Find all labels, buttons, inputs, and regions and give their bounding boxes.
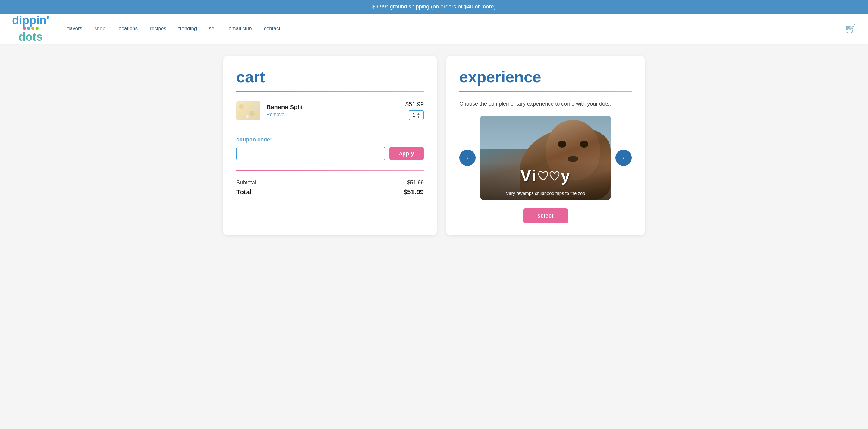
total-value: $51.99: [404, 188, 424, 196]
virry-logo: Vi y: [521, 167, 570, 185]
coupon-row: apply: [236, 147, 424, 161]
nav-contact[interactable]: contact: [264, 26, 280, 32]
logo-dippin: dippin': [12, 14, 49, 27]
heart-icon-1: [537, 170, 549, 181]
header: dippin' dots flavors shop locations reci…: [0, 13, 868, 44]
cart-icon-button[interactable]: 🛒: [845, 24, 856, 34]
experience-subtitle: Choose the complementary experience to c…: [459, 101, 632, 107]
product-image-visual: [236, 101, 260, 120]
logo-dots-text: dots: [19, 31, 42, 44]
shipping-banner: $9.99* ground shipping (on orders of $40…: [0, 0, 868, 13]
animal-eye-left: [558, 141, 566, 147]
nav-recipes[interactable]: recipes: [150, 26, 166, 32]
quantity-arrows: ▲ ▼: [417, 112, 420, 119]
carousel-prev-button[interactable]: ‹: [459, 150, 475, 166]
animal-eye-right: [580, 141, 588, 147]
nav-locations[interactable]: locations: [118, 26, 138, 32]
coupon-input[interactable]: [236, 147, 385, 161]
carousel-image: Vi y: [480, 116, 611, 200]
virry-hearts: [537, 170, 560, 181]
virry-y: y: [561, 167, 570, 185]
item-name: Banana Split: [267, 104, 399, 111]
logo-dot-pink: [23, 27, 26, 30]
nav-email-club[interactable]: email club: [229, 26, 252, 32]
logo[interactable]: dippin' dots: [12, 14, 49, 44]
banner-text: $9.99* ground shipping (on orders of $40…: [372, 4, 496, 10]
apply-button[interactable]: apply: [390, 147, 424, 161]
item-image: [236, 101, 260, 120]
item-price-qty: $51.99 1 ▲ ▼: [405, 101, 424, 120]
cart-title: cart: [236, 68, 424, 86]
coupon-label: coupon code:: [236, 137, 424, 143]
nav-sell[interactable]: sell: [209, 26, 217, 32]
experience-title: experience: [459, 68, 632, 86]
virry-v: Vi: [521, 167, 537, 185]
virry-text: Vi y: [521, 167, 570, 185]
logo-dot-teal: [27, 27, 30, 30]
carousel-caption: Virry revamps childhood trips to the zoo: [480, 191, 611, 196]
logo-dot-green: [36, 27, 38, 30]
cart-card: cart Banana Split Remove $51.99 1 ▲ ▼: [223, 56, 437, 235]
coupon-divider: [236, 127, 424, 128]
total-row: Total $51.99: [236, 188, 424, 196]
carousel: ‹: [459, 116, 632, 200]
nav-trending[interactable]: trending: [179, 26, 197, 32]
subtotal-value: $51.99: [407, 179, 424, 186]
main-content: cart Banana Split Remove $51.99 1 ▲ ▼: [208, 44, 660, 248]
quantity-selector[interactable]: 1 ▲ ▼: [409, 110, 424, 120]
carousel-next-button[interactable]: ›: [615, 150, 632, 166]
main-nav: flavors shop locations recipes trending …: [67, 26, 845, 32]
cart-title-divider: [236, 91, 424, 92]
logo-dots-circles: [23, 27, 38, 30]
animal-nose: [567, 156, 578, 162]
item-remove-link[interactable]: Remove: [267, 112, 284, 117]
total-label: Total: [236, 188, 252, 196]
subtotal-label: Subtotal: [236, 179, 256, 186]
experience-title-divider: [459, 91, 632, 92]
nav-shop[interactable]: shop: [94, 26, 105, 32]
item-info: Banana Split Remove: [267, 104, 399, 117]
select-button[interactable]: select: [523, 208, 568, 223]
cart-item-row: Banana Split Remove $51.99 1 ▲ ▼: [236, 101, 424, 120]
heart-icon-2: [549, 170, 560, 181]
subtotal-row: Subtotal $51.99: [236, 179, 424, 186]
zoo-background: Vi y: [480, 116, 611, 200]
qty-down-arrow: ▼: [417, 115, 420, 119]
nav-flavors[interactable]: flavors: [67, 26, 82, 32]
quantity-value: 1: [412, 113, 415, 118]
totals-divider: [236, 170, 424, 171]
shopping-cart-icon: 🛒: [845, 24, 856, 33]
logo-dot-orange: [31, 27, 34, 30]
experience-card: experience Choose the complementary expe…: [446, 56, 645, 235]
item-price: $51.99: [405, 101, 424, 108]
